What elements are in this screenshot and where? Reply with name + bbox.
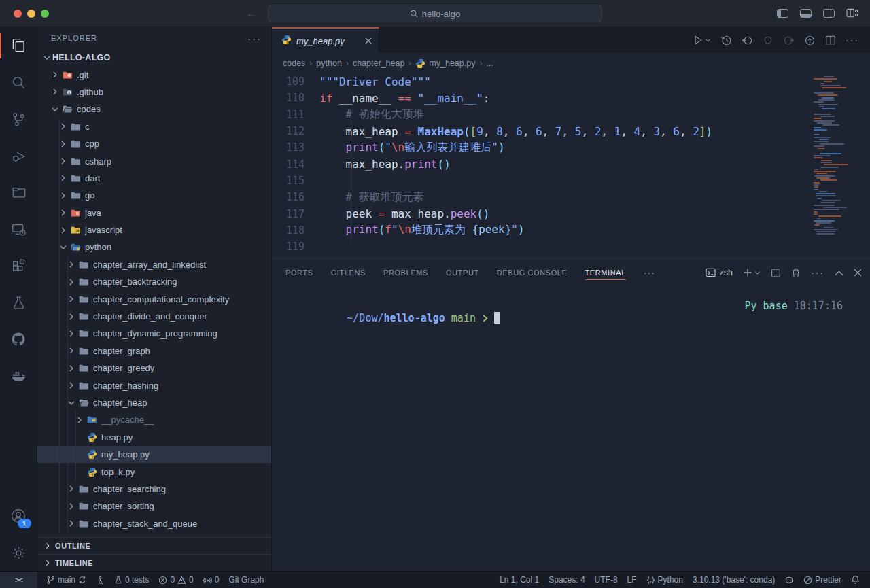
remote-indicator[interactable]: >< [0, 572, 37, 588]
python-interpreter-item[interactable]: 3.10.13 ('base': conda) [688, 575, 780, 585]
maximize-window-button[interactable] [41, 10, 49, 18]
activity-remote-explorer[interactable] [0, 211, 37, 247]
activity-source-control[interactable] [0, 101, 37, 137]
activity-settings[interactable] [0, 534, 37, 571]
gitlens-status-item[interactable] [91, 576, 109, 585]
tree-item-chapter-backtracking[interactable]: chapter_backtracking [37, 273, 271, 290]
tree-item-csharp[interactable]: csharp [37, 152, 271, 169]
gitlens-next-change-icon[interactable] [783, 35, 795, 46]
encoding-item[interactable]: UTF-8 [590, 575, 623, 585]
tree-item--github[interactable]: .github [37, 84, 271, 101]
tree-item-chapter-computational-complexity[interactable]: chapter_computational_complexity [37, 290, 271, 307]
tree-item-javascript[interactable]: JSjavascript [37, 222, 271, 239]
chevron-right-icon[interactable] [50, 86, 60, 97]
split-terminal-icon[interactable] [771, 268, 781, 278]
activity-run-debug[interactable] [0, 137, 37, 174]
activity-testing[interactable] [0, 284, 37, 321]
gitlens-back-icon[interactable] [742, 35, 753, 46]
more-actions-icon[interactable]: ··· [846, 35, 859, 46]
tree-item-dart[interactable]: dart [37, 170, 271, 187]
tree-item-heap-py[interactable]: heap.py [37, 429, 271, 446]
language-mode-item[interactable]: Python [642, 575, 688, 585]
tree-item-chapter-greedy[interactable]: chapter_greedy [37, 360, 271, 377]
problems-status-item[interactable]: 0 0 [154, 575, 198, 585]
tree-item-chapter-sorting[interactable]: chapter_sorting [37, 498, 271, 515]
panel-tab-terminal[interactable]: TERMINAL [585, 259, 626, 286]
git-graph-item[interactable]: Git Graph [224, 575, 268, 585]
explorer-actions-icon[interactable]: ··· [247, 33, 262, 44]
eol-item[interactable]: LF [623, 575, 642, 585]
breadcrumb-item[interactable]: codes [283, 58, 305, 68]
activity-docker[interactable] [0, 358, 37, 394]
panel-more-actions-icon[interactable]: ··· [811, 267, 824, 278]
breadcrumb-item[interactable]: python [316, 58, 342, 68]
panel-tab-output[interactable]: OUTPUT [446, 259, 479, 286]
cursor-position-item[interactable]: Ln 1, Col 1 [495, 575, 544, 585]
new-terminal-button[interactable] [743, 268, 761, 277]
tree-item-chapter-divide-and-conquer[interactable]: chapter_divide_and_conquer [37, 308, 271, 325]
run-python-file-button[interactable] [693, 35, 711, 46]
trash-icon[interactable] [791, 268, 801, 278]
tree-item-chapter-stack-and-queue[interactable]: chapter_stack_and_queue [37, 515, 271, 532]
indentation-item[interactable]: Spaces: 4 [544, 575, 589, 585]
gitlens-prev-change-icon[interactable] [763, 35, 773, 46]
git-branch-item[interactable]: main [41, 575, 91, 585]
panel-tab-problems[interactable]: PROBLEMS [383, 259, 428, 286]
panel-more-tabs-icon[interactable]: ··· [644, 267, 655, 278]
file-history-icon[interactable] [720, 35, 732, 46]
minimap[interactable] [813, 76, 844, 236]
tree-item-my-heap-py[interactable]: my_heap.py [37, 446, 271, 463]
tree-item-python[interactable]: python [37, 239, 271, 256]
close-panel-icon[interactable] [854, 269, 862, 277]
tab-my-heap-py[interactable]: my_heap.py [272, 27, 379, 53]
command-center-search[interactable]: hello-algo [268, 5, 602, 22]
tree-item-go[interactable]: go [37, 187, 271, 204]
tree-item-chapter-hashing[interactable]: chapter_hashing [37, 377, 271, 394]
timeline-section[interactable]: TIMELINE [37, 554, 271, 571]
chevron-down-icon[interactable] [41, 52, 52, 63]
outline-section[interactable]: OUTLINE [37, 537, 271, 554]
history-back-icon[interactable]: ← [246, 7, 256, 19]
breadcrumb-item[interactable]: chapter_heap [353, 58, 404, 68]
terminal-shell-item[interactable]: zsh [706, 268, 733, 277]
activity-accounts[interactable]: 1 [0, 498, 37, 534]
tree-item-hello-algo[interactable]: HELLO-ALGO [37, 49, 271, 66]
tree-item-top-k-py[interactable]: top_k.py [37, 463, 271, 480]
activity-extensions[interactable] [0, 247, 37, 284]
tree-item-java[interactable]: java [37, 205, 271, 222]
close-tab-icon[interactable] [365, 37, 372, 44]
panel-tab-ports[interactable]: PORTS [285, 259, 313, 286]
code-editor[interactable]: 109"""Driver Code"""110if __name__ == "_… [272, 73, 870, 258]
notifications-item[interactable] [846, 575, 865, 585]
tree-item-chapter-searching[interactable]: chapter_searching [37, 481, 271, 498]
toggle-secondary-sidebar-icon[interactable] [823, 9, 835, 18]
minimize-window-button[interactable] [27, 10, 35, 18]
toggle-panel-icon[interactable] [800, 9, 812, 18]
activity-search[interactable] [0, 64, 37, 101]
chevron-down-icon[interactable] [50, 104, 60, 115]
close-window-button[interactable] [14, 10, 22, 18]
activity-explorer[interactable] [0, 27, 37, 64]
maximize-panel-icon[interactable] [835, 270, 843, 276]
tree-item-chapter-array-and-linkedlist[interactable]: chapter_array_and_linkedlist [37, 256, 271, 273]
prettier-status-item[interactable]: Prettier [799, 575, 846, 585]
customize-layout-icon[interactable] [846, 8, 858, 18]
chevron-right-icon[interactable] [50, 69, 60, 80]
panel-tab-debug-console[interactable]: DEBUG CONSOLE [497, 259, 568, 286]
tree-item--pycache-[interactable]: __pycache__ [37, 411, 271, 428]
split-editor-icon[interactable] [825, 35, 836, 46]
toggle-sidebar-icon[interactable] [777, 9, 788, 18]
tree-item-chapter-dynamic-programming[interactable]: chapter_dynamic_programming [37, 325, 271, 342]
panel-tab-gitlens[interactable]: GITLENS [331, 259, 366, 286]
copilot-status-item[interactable] [780, 576, 799, 585]
ports-status-item[interactable]: 0 [198, 575, 224, 585]
activity-github[interactable] [0, 321, 37, 358]
breadcrumb-item[interactable]: ... [486, 58, 493, 68]
tests-status-item[interactable]: 0 tests [109, 575, 154, 585]
breadcrumb-item[interactable]: my_heap.py [415, 58, 475, 69]
tree-item-cpp[interactable]: cpp [37, 135, 271, 152]
tree-item-chapter-heap[interactable]: chapter_heap [37, 394, 271, 411]
tree-item--git[interactable]: .git [37, 66, 271, 83]
terminal-output[interactable]: ~/Dow/hello-algo main Py base 18:17:16 [272, 286, 870, 571]
tree-item-chapter-graph[interactable]: chapter_graph [37, 343, 271, 360]
